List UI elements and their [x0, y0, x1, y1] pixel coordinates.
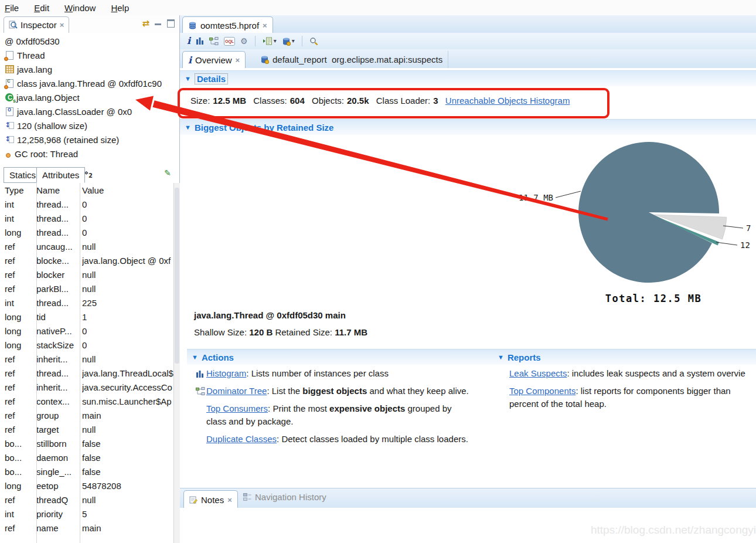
table-row[interactable]: bo...stillbornfalse [0, 436, 173, 450]
pie-slice-main[interactable] [578, 142, 719, 283]
customize-gear-button[interactable]: ⚙ [240, 37, 248, 45]
info-icon: i [188, 56, 192, 65]
menu-item[interactable]: Window [64, 3, 96, 13]
close-icon[interactable]: × [60, 21, 64, 29]
inspector-item[interactable]: java.lang.ClassLoader @ 0x0 [0, 104, 173, 118]
collapse-arrow-icon[interactable]: ▼ [185, 124, 191, 131]
unreachable-objects-link[interactable]: Unreachable Objects Histogram [445, 96, 570, 106]
tab-inspector[interactable]: Inspector × [4, 16, 69, 33]
close-icon[interactable]: × [227, 496, 232, 504]
table-row[interactable]: longeetop54878208 [0, 478, 173, 493]
close-icon[interactable]: × [263, 21, 267, 30]
table-row[interactable]: refthread...java.lang.ThreadLocal$ [0, 366, 173, 380]
action-link[interactable]: Dominator Tree [206, 386, 267, 396]
report-link[interactable]: Top Components [509, 386, 575, 396]
table-cell: java.lang.Object @ 0xf [82, 256, 173, 266]
maximize-icon[interactable] [167, 19, 175, 28]
table-row[interactable]: refnamemain [0, 521, 173, 535]
table-row[interactable]: refinherit...null [0, 352, 173, 366]
collapse-arrow-icon[interactable]: ▼ [185, 75, 191, 82]
inspector-item[interactable]: java.lang.Object [0, 90, 173, 104]
table-row[interactable]: refblockernull [0, 267, 173, 281]
collapse-arrow-icon[interactable]: ▼ [192, 354, 198, 361]
table-row[interactable]: refinherit...java.security.AccessCo [0, 380, 173, 394]
oql-button[interactable]: OQL [224, 37, 235, 46]
table-row[interactable]: intthread...0 [0, 211, 173, 225]
table-cell: nativeP... [36, 326, 82, 336]
table-row[interactable]: refcontex...sun.misc.Launcher$Ap [0, 394, 173, 408]
inspector-item[interactable]: 120 (shallow size) [0, 118, 173, 133]
table-row[interactable]: longnativeP...0 [0, 324, 173, 338]
chevron-down-icon[interactable]: ▾ [274, 38, 277, 44]
table-row[interactable]: intpriority5 [0, 507, 173, 521]
table-row[interactable]: refgroupmain [0, 408, 173, 422]
inspector-item[interactable]: GC root: Thread [0, 147, 173, 161]
inspector-item[interactable]: 12,258,968 (retained size) [0, 133, 173, 147]
menu-item[interactable]: File [5, 3, 19, 13]
table-row[interactable]: intthread...0 [0, 197, 173, 211]
chevron-down-icon[interactable]: ▾ [292, 38, 295, 44]
tab-default-report[interactable]: default_report org.eclipse.mat.api:suspe… [255, 51, 448, 68]
tab-attributes[interactable]: Attributes [36, 167, 85, 183]
col-value[interactable]: Value [82, 185, 173, 195]
inspector-item[interactable]: class java.lang.Thread @ 0xfdf01c90 [0, 76, 173, 90]
histogram-button[interactable] [196, 37, 204, 45]
report-link[interactable]: Leak Suspects [509, 368, 567, 378]
table-row[interactable]: bo...daemonfalse [0, 450, 173, 464]
editor-tab-label: oomtest5.hprof [200, 21, 259, 30]
notes-content[interactable] [180, 508, 756, 543]
tab-heapdump-editor[interactable]: oomtest5.hprof × [182, 16, 273, 33]
pie-label-main: 11.7 MB [519, 193, 553, 202]
scrollbar-vertical[interactable] [173, 183, 180, 543]
overview-info-button[interactable]: i [187, 36, 190, 46]
close-icon[interactable]: × [236, 56, 240, 65]
menu-item[interactable]: Edit [34, 3, 49, 13]
table-row[interactable]: refuncaug...null [0, 239, 173, 253]
dominator-tree-button[interactable] [209, 37, 219, 46]
col-type[interactable]: Type [5, 185, 36, 195]
section-biggest-objects[interactable]: ▼ Biggest Objects by Retained Size [180, 119, 756, 135]
section-details[interactable]: ▼ Details [180, 70, 756, 86]
section-reports[interactable]: ▼ Reports [493, 349, 756, 365]
tab-navigation-history[interactable]: Navigation History [243, 492, 326, 502]
menu-item[interactable]: Help [111, 3, 129, 13]
search-button[interactable] [309, 37, 318, 46]
table-row[interactable]: longtid1 [0, 310, 173, 324]
table-cell: inherit... [36, 382, 82, 392]
section-actions[interactable]: ▼ Actions [187, 349, 493, 365]
link-with-snapshot-icon[interactable]: ⇄ [142, 18, 149, 29]
inspector-item[interactable]: @ 0xfdf05d30 [0, 34, 173, 48]
column-divider[interactable] [80, 183, 80, 543]
heap-dump-icon [188, 21, 197, 30]
selected-biggest-object[interactable]: java.lang.Thread @ 0xfdf05d30 main [194, 310, 346, 320]
scrollbar-thumb[interactable] [175, 188, 179, 364]
table-row[interactable]: longthread...0 [0, 225, 173, 239]
table-row[interactable]: intthread...225 [0, 296, 173, 310]
object-class-icon [5, 93, 13, 101]
tab-notes[interactable]: Notes × [183, 490, 238, 508]
inspector-item[interactable]: java.lang [0, 62, 173, 76]
action-link[interactable]: Histogram [206, 368, 246, 378]
col-name[interactable]: Name [36, 185, 82, 195]
table-cell: thread... [36, 368, 82, 378]
heapdump-actions-button[interactable]: ▾ [282, 37, 295, 46]
reports-list: Leak Suspects: includes leak suspects an… [509, 367, 756, 415]
column-divider[interactable] [36, 183, 37, 543]
table-row[interactable]: refblocke...java.lang.Object @ 0xf [0, 253, 173, 267]
table-row[interactable]: refthreadQnull [0, 493, 173, 507]
pin-icon[interactable]: ✎ [164, 168, 171, 178]
minimize-icon[interactable] [155, 21, 162, 26]
inspector-item[interactable]: Thread [0, 48, 173, 62]
table-row[interactable]: refparkBl...null [0, 281, 173, 296]
drilldown-button[interactable]: ▾ [263, 37, 277, 45]
tab-overview[interactable]: i Overview × [182, 51, 246, 69]
table-row[interactable]: reftargetnull [0, 422, 173, 436]
table-cell: ref [5, 284, 36, 294]
table-row[interactable]: bo...single_...false [0, 464, 173, 478]
retained-size-value: 11.7 MB [335, 327, 367, 337]
action-link[interactable]: Duplicate Classes [206, 434, 277, 444]
menu-bar: FileEditWindowHelp [0, 0, 756, 15]
table-row[interactable]: longstackSize0 [0, 338, 173, 352]
action-link[interactable]: Top Consumers [206, 403, 268, 413]
collapse-arrow-icon[interactable]: ▼ [498, 354, 504, 361]
